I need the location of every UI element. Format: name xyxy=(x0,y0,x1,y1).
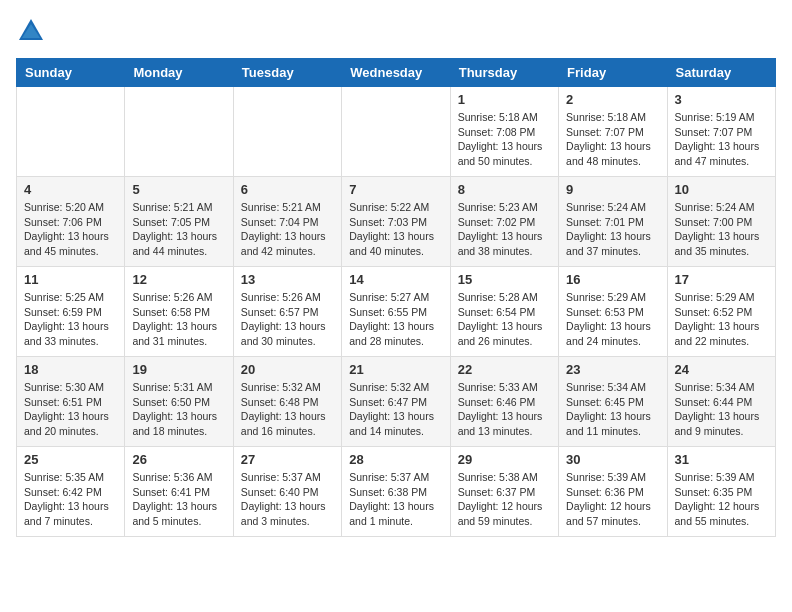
day-header-tuesday: Tuesday xyxy=(233,59,341,87)
day-info: Sunrise: 5:20 AM Sunset: 7:06 PM Dayligh… xyxy=(24,200,117,259)
day-number: 31 xyxy=(675,452,768,467)
day-number: 14 xyxy=(349,272,442,287)
day-number: 24 xyxy=(675,362,768,377)
day-number: 29 xyxy=(458,452,551,467)
day-header-sunday: Sunday xyxy=(17,59,125,87)
day-info: Sunrise: 5:32 AM Sunset: 6:47 PM Dayligh… xyxy=(349,380,442,439)
calendar-cell: 17Sunrise: 5:29 AM Sunset: 6:52 PM Dayli… xyxy=(667,267,775,357)
day-number: 30 xyxy=(566,452,659,467)
day-number: 26 xyxy=(132,452,225,467)
calendar-cell: 19Sunrise: 5:31 AM Sunset: 6:50 PM Dayli… xyxy=(125,357,233,447)
day-info: Sunrise: 5:36 AM Sunset: 6:41 PM Dayligh… xyxy=(132,470,225,529)
calendar-cell xyxy=(342,87,450,177)
calendar-cell: 29Sunrise: 5:38 AM Sunset: 6:37 PM Dayli… xyxy=(450,447,558,537)
calendar-cell: 22Sunrise: 5:33 AM Sunset: 6:46 PM Dayli… xyxy=(450,357,558,447)
calendar-week-row: 18Sunrise: 5:30 AM Sunset: 6:51 PM Dayli… xyxy=(17,357,776,447)
page-header xyxy=(16,16,776,46)
calendar-week-row: 1Sunrise: 5:18 AM Sunset: 7:08 PM Daylig… xyxy=(17,87,776,177)
calendar-cell: 16Sunrise: 5:29 AM Sunset: 6:53 PM Dayli… xyxy=(559,267,667,357)
calendar-cell: 23Sunrise: 5:34 AM Sunset: 6:45 PM Dayli… xyxy=(559,357,667,447)
day-info: Sunrise: 5:34 AM Sunset: 6:45 PM Dayligh… xyxy=(566,380,659,439)
day-info: Sunrise: 5:29 AM Sunset: 6:53 PM Dayligh… xyxy=(566,290,659,349)
calendar-cell: 6Sunrise: 5:21 AM Sunset: 7:04 PM Daylig… xyxy=(233,177,341,267)
calendar-cell: 31Sunrise: 5:39 AM Sunset: 6:35 PM Dayli… xyxy=(667,447,775,537)
calendar-table: SundayMondayTuesdayWednesdayThursdayFrid… xyxy=(16,58,776,537)
day-number: 4 xyxy=(24,182,117,197)
day-number: 21 xyxy=(349,362,442,377)
calendar-cell: 30Sunrise: 5:39 AM Sunset: 6:36 PM Dayli… xyxy=(559,447,667,537)
day-info: Sunrise: 5:33 AM Sunset: 6:46 PM Dayligh… xyxy=(458,380,551,439)
day-info: Sunrise: 5:39 AM Sunset: 6:36 PM Dayligh… xyxy=(566,470,659,529)
day-number: 13 xyxy=(241,272,334,287)
day-number: 23 xyxy=(566,362,659,377)
day-header-monday: Monday xyxy=(125,59,233,87)
calendar-cell xyxy=(125,87,233,177)
calendar-cell: 3Sunrise: 5:19 AM Sunset: 7:07 PM Daylig… xyxy=(667,87,775,177)
calendar-cell: 2Sunrise: 5:18 AM Sunset: 7:07 PM Daylig… xyxy=(559,87,667,177)
calendar-cell: 15Sunrise: 5:28 AM Sunset: 6:54 PM Dayli… xyxy=(450,267,558,357)
day-number: 18 xyxy=(24,362,117,377)
day-info: Sunrise: 5:27 AM Sunset: 6:55 PM Dayligh… xyxy=(349,290,442,349)
logo xyxy=(16,16,50,46)
day-info: Sunrise: 5:24 AM Sunset: 7:00 PM Dayligh… xyxy=(675,200,768,259)
calendar-cell: 8Sunrise: 5:23 AM Sunset: 7:02 PM Daylig… xyxy=(450,177,558,267)
day-number: 6 xyxy=(241,182,334,197)
day-info: Sunrise: 5:25 AM Sunset: 6:59 PM Dayligh… xyxy=(24,290,117,349)
day-number: 20 xyxy=(241,362,334,377)
day-header-wednesday: Wednesday xyxy=(342,59,450,87)
day-number: 15 xyxy=(458,272,551,287)
day-info: Sunrise: 5:38 AM Sunset: 6:37 PM Dayligh… xyxy=(458,470,551,529)
day-number: 11 xyxy=(24,272,117,287)
day-header-friday: Friday xyxy=(559,59,667,87)
calendar-cell xyxy=(233,87,341,177)
calendar-cell xyxy=(17,87,125,177)
day-number: 19 xyxy=(132,362,225,377)
calendar-cell: 1Sunrise: 5:18 AM Sunset: 7:08 PM Daylig… xyxy=(450,87,558,177)
logo-icon xyxy=(16,16,46,46)
day-number: 7 xyxy=(349,182,442,197)
day-number: 28 xyxy=(349,452,442,467)
day-info: Sunrise: 5:37 AM Sunset: 6:40 PM Dayligh… xyxy=(241,470,334,529)
day-number: 1 xyxy=(458,92,551,107)
day-info: Sunrise: 5:32 AM Sunset: 6:48 PM Dayligh… xyxy=(241,380,334,439)
calendar-week-row: 11Sunrise: 5:25 AM Sunset: 6:59 PM Dayli… xyxy=(17,267,776,357)
calendar-cell: 26Sunrise: 5:36 AM Sunset: 6:41 PM Dayli… xyxy=(125,447,233,537)
calendar-cell: 5Sunrise: 5:21 AM Sunset: 7:05 PM Daylig… xyxy=(125,177,233,267)
calendar-cell: 24Sunrise: 5:34 AM Sunset: 6:44 PM Dayli… xyxy=(667,357,775,447)
day-info: Sunrise: 5:29 AM Sunset: 6:52 PM Dayligh… xyxy=(675,290,768,349)
day-info: Sunrise: 5:26 AM Sunset: 6:57 PM Dayligh… xyxy=(241,290,334,349)
day-number: 22 xyxy=(458,362,551,377)
calendar-cell: 12Sunrise: 5:26 AM Sunset: 6:58 PM Dayli… xyxy=(125,267,233,357)
calendar-cell: 27Sunrise: 5:37 AM Sunset: 6:40 PM Dayli… xyxy=(233,447,341,537)
calendar-cell: 9Sunrise: 5:24 AM Sunset: 7:01 PM Daylig… xyxy=(559,177,667,267)
calendar-week-row: 25Sunrise: 5:35 AM Sunset: 6:42 PM Dayli… xyxy=(17,447,776,537)
day-number: 3 xyxy=(675,92,768,107)
day-info: Sunrise: 5:26 AM Sunset: 6:58 PM Dayligh… xyxy=(132,290,225,349)
day-number: 5 xyxy=(132,182,225,197)
day-number: 9 xyxy=(566,182,659,197)
calendar-cell: 10Sunrise: 5:24 AM Sunset: 7:00 PM Dayli… xyxy=(667,177,775,267)
day-number: 8 xyxy=(458,182,551,197)
calendar-header-row: SundayMondayTuesdayWednesdayThursdayFrid… xyxy=(17,59,776,87)
calendar-week-row: 4Sunrise: 5:20 AM Sunset: 7:06 PM Daylig… xyxy=(17,177,776,267)
day-number: 10 xyxy=(675,182,768,197)
calendar-cell: 28Sunrise: 5:37 AM Sunset: 6:38 PM Dayli… xyxy=(342,447,450,537)
calendar-cell: 4Sunrise: 5:20 AM Sunset: 7:06 PM Daylig… xyxy=(17,177,125,267)
day-info: Sunrise: 5:21 AM Sunset: 7:04 PM Dayligh… xyxy=(241,200,334,259)
day-info: Sunrise: 5:28 AM Sunset: 6:54 PM Dayligh… xyxy=(458,290,551,349)
day-info: Sunrise: 5:18 AM Sunset: 7:08 PM Dayligh… xyxy=(458,110,551,169)
day-info: Sunrise: 5:31 AM Sunset: 6:50 PM Dayligh… xyxy=(132,380,225,439)
day-number: 17 xyxy=(675,272,768,287)
day-header-saturday: Saturday xyxy=(667,59,775,87)
day-info: Sunrise: 5:24 AM Sunset: 7:01 PM Dayligh… xyxy=(566,200,659,259)
calendar-cell: 11Sunrise: 5:25 AM Sunset: 6:59 PM Dayli… xyxy=(17,267,125,357)
calendar-cell: 20Sunrise: 5:32 AM Sunset: 6:48 PM Dayli… xyxy=(233,357,341,447)
day-number: 25 xyxy=(24,452,117,467)
day-info: Sunrise: 5:23 AM Sunset: 7:02 PM Dayligh… xyxy=(458,200,551,259)
calendar-cell: 14Sunrise: 5:27 AM Sunset: 6:55 PM Dayli… xyxy=(342,267,450,357)
day-info: Sunrise: 5:30 AM Sunset: 6:51 PM Dayligh… xyxy=(24,380,117,439)
day-info: Sunrise: 5:18 AM Sunset: 7:07 PM Dayligh… xyxy=(566,110,659,169)
calendar-cell: 25Sunrise: 5:35 AM Sunset: 6:42 PM Dayli… xyxy=(17,447,125,537)
day-info: Sunrise: 5:21 AM Sunset: 7:05 PM Dayligh… xyxy=(132,200,225,259)
day-info: Sunrise: 5:39 AM Sunset: 6:35 PM Dayligh… xyxy=(675,470,768,529)
